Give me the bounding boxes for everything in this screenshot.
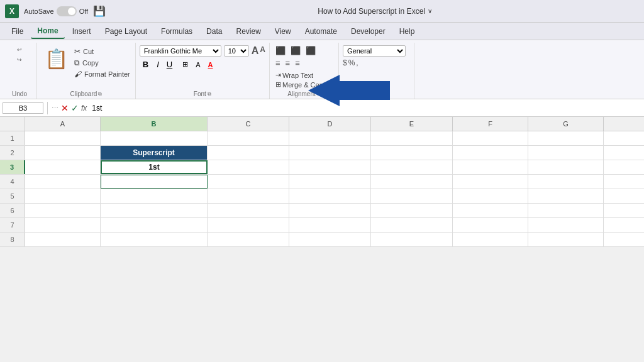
cell-b5[interactable] bbox=[101, 189, 208, 203]
font-size-select[interactable]: 10 bbox=[224, 45, 249, 57]
menu-developer[interactable]: Developer bbox=[345, 25, 392, 38]
autosave-toggle[interactable] bbox=[57, 6, 77, 16]
cell-f3[interactable] bbox=[453, 160, 528, 174]
cell-a3[interactable] bbox=[25, 160, 101, 174]
cell-f2[interactable] bbox=[453, 146, 528, 160]
cell-d2[interactable] bbox=[289, 146, 371, 160]
dollar-button[interactable]: $ bbox=[343, 58, 347, 67]
cell-g4[interactable] bbox=[528, 175, 604, 189]
menu-home[interactable]: Home bbox=[31, 24, 64, 39]
redo-button[interactable]: ↪ bbox=[14, 55, 25, 64]
align-right-button[interactable]: ≡ bbox=[293, 58, 302, 69]
cell-c6[interactable] bbox=[208, 204, 289, 217]
cell-d8[interactable] bbox=[289, 233, 371, 246]
col-header-b[interactable]: B bbox=[101, 117, 208, 131]
cell-f5[interactable] bbox=[453, 189, 528, 203]
clipboard-expand-icon[interactable]: ⧉ bbox=[98, 91, 102, 97]
cell-a5[interactable] bbox=[25, 189, 101, 203]
cell-e7[interactable] bbox=[371, 218, 453, 232]
cell-g3[interactable] bbox=[528, 160, 604, 174]
col-header-d[interactable]: D bbox=[289, 117, 371, 131]
font-expand-icon[interactable]: ⧉ bbox=[208, 91, 211, 97]
italic-button[interactable]: I bbox=[154, 59, 162, 70]
col-header-f[interactable]: F bbox=[453, 117, 528, 131]
col-header-c[interactable]: C bbox=[208, 117, 289, 131]
underline-button[interactable]: U bbox=[164, 59, 175, 70]
formula-input[interactable] bbox=[89, 104, 641, 112]
cell-b2[interactable]: Superscript bbox=[101, 146, 208, 160]
align-bottom-button[interactable]: ⬛ bbox=[304, 45, 318, 56]
align-center-button[interactable]: ≡ bbox=[284, 58, 292, 69]
cell-g7[interactable] bbox=[528, 218, 604, 232]
cell-f1[interactable] bbox=[453, 131, 528, 145]
cell-a8[interactable] bbox=[25, 233, 101, 246]
decrease-font-size-button[interactable]: A bbox=[260, 45, 265, 57]
cell-g2[interactable] bbox=[528, 146, 604, 160]
paste-button[interactable]: 📋 bbox=[41, 45, 72, 72]
cell-b3[interactable]: 1st bbox=[101, 160, 208, 174]
cell-a7[interactable] bbox=[25, 218, 101, 232]
cell-d6[interactable] bbox=[289, 204, 371, 217]
cell-e2[interactable] bbox=[371, 146, 453, 160]
cell-e1[interactable] bbox=[371, 131, 453, 145]
alignment-expand-icon[interactable]: ⧉ bbox=[317, 91, 321, 97]
fill-color-button[interactable]: A bbox=[193, 60, 203, 69]
number-format-select[interactable]: General bbox=[343, 45, 406, 57]
cell-g6[interactable] bbox=[528, 204, 604, 217]
cell-c4[interactable] bbox=[208, 175, 289, 189]
cell-a6[interactable] bbox=[25, 204, 101, 217]
confirm-formula-button[interactable]: ✓ bbox=[71, 103, 79, 113]
cell-e4[interactable] bbox=[371, 175, 453, 189]
cell-c8[interactable] bbox=[208, 233, 289, 246]
cancel-formula-button[interactable]: ✕ bbox=[61, 103, 69, 113]
cell-e3[interactable] bbox=[371, 160, 453, 174]
save-icon[interactable]: 💾 bbox=[93, 5, 106, 17]
cell-d4[interactable] bbox=[289, 175, 371, 189]
menu-review[interactable]: Review bbox=[230, 25, 267, 38]
cell-b1[interactable] bbox=[101, 131, 208, 145]
menu-insert[interactable]: Insert bbox=[66, 25, 97, 38]
menu-page-layout[interactable]: Page Layout bbox=[99, 25, 153, 38]
increase-font-size-button[interactable]: A bbox=[252, 45, 259, 57]
cell-c1[interactable] bbox=[208, 131, 289, 145]
cell-c3[interactable] bbox=[208, 160, 289, 174]
cell-reference-box[interactable]: B3 bbox=[3, 102, 43, 114]
bold-button[interactable]: B bbox=[140, 58, 152, 70]
cell-b8[interactable] bbox=[101, 233, 208, 246]
font-color-button[interactable]: A bbox=[206, 60, 216, 69]
col-header-e[interactable]: E bbox=[371, 117, 453, 131]
cell-c2[interactable] bbox=[208, 146, 289, 160]
menu-help[interactable]: Help bbox=[393, 25, 421, 38]
col-header-g[interactable]: G bbox=[528, 117, 604, 131]
cell-b6[interactable] bbox=[101, 204, 208, 217]
cell-e8[interactable] bbox=[371, 233, 453, 246]
cell-a2[interactable] bbox=[25, 146, 101, 160]
border-button[interactable]: ⊞ bbox=[180, 60, 191, 69]
align-top-button[interactable]: ⬛ bbox=[274, 45, 287, 56]
col-header-a[interactable]: A bbox=[25, 117, 101, 131]
menu-data[interactable]: Data bbox=[200, 25, 228, 38]
copy-button[interactable]: ⧉ Copy bbox=[73, 58, 131, 68]
format-painter-button[interactable]: 🖌 Format Painter bbox=[73, 69, 131, 79]
cell-e6[interactable] bbox=[371, 204, 453, 217]
cell-e5[interactable] bbox=[371, 189, 453, 203]
cell-g5[interactable] bbox=[528, 189, 604, 203]
menu-formulas[interactable]: Formulas bbox=[155, 25, 199, 38]
cell-c7[interactable] bbox=[208, 218, 289, 232]
cell-f7[interactable] bbox=[453, 218, 528, 232]
cell-f8[interactable] bbox=[453, 233, 528, 246]
cell-d3[interactable] bbox=[289, 160, 371, 174]
cell-b7[interactable] bbox=[101, 218, 208, 232]
align-middle-button[interactable]: ⬛ bbox=[289, 45, 303, 56]
font-name-select[interactable]: Franklin Gothic Me bbox=[140, 45, 221, 57]
cell-a4[interactable] bbox=[25, 175, 101, 189]
cell-f4[interactable] bbox=[453, 175, 528, 189]
cell-options-button[interactable]: ⋯ bbox=[52, 104, 58, 112]
menu-file[interactable]: File bbox=[5, 25, 30, 38]
undo-button[interactable]: ↩ bbox=[14, 45, 25, 54]
cell-f6[interactable] bbox=[453, 204, 528, 217]
cell-d7[interactable] bbox=[289, 218, 371, 232]
menu-automate[interactable]: Automate bbox=[299, 25, 343, 38]
cell-b4[interactable] bbox=[101, 175, 208, 189]
menu-view[interactable]: View bbox=[269, 25, 297, 38]
